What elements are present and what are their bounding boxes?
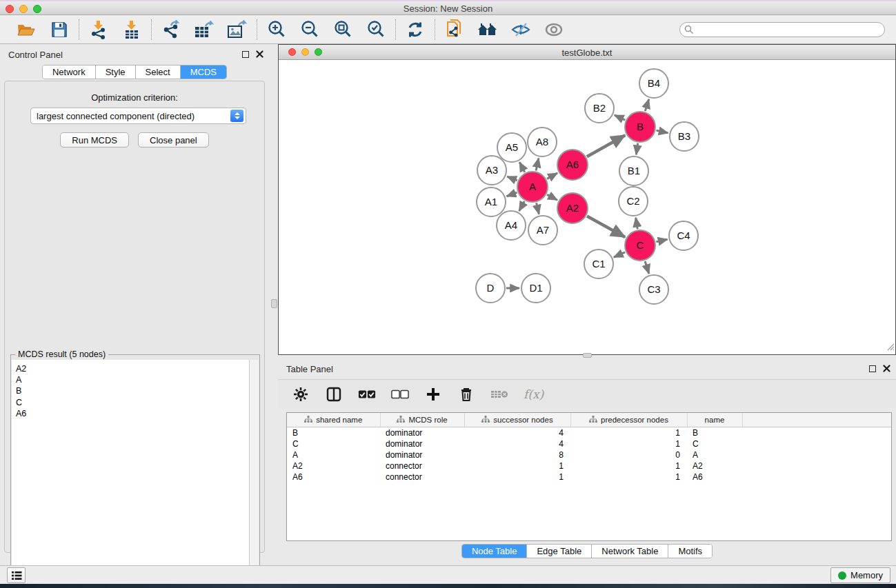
refresh-icon[interactable] [405, 19, 426, 40]
graph-edge-A-A7[interactable] [537, 203, 539, 214]
cell-shared-name[interactable]: A [287, 449, 380, 460]
export-image-icon[interactable] [227, 19, 248, 40]
delete-column-icon[interactable] [457, 385, 475, 403]
graph-edge-C-C2[interactable] [636, 218, 638, 230]
graph-edge-C-C3[interactable] [645, 261, 649, 274]
graph-node-A6[interactable]: A6 [557, 150, 588, 180]
vertical-split-handle[interactable] [271, 299, 277, 308]
column-header-shared-name[interactable]: shared name [287, 413, 380, 427]
select-all-checkboxes-icon[interactable] [358, 385, 376, 403]
graph-edge-A-A4[interactable] [519, 201, 525, 211]
export-table-icon[interactable] [194, 19, 215, 40]
network-graph[interactable]: B4B2BB3A8A5A6A3B1AC2A1A2A4A7C4CC1DD1C3 [279, 60, 895, 354]
tab-mcds[interactable]: MCDS [181, 65, 226, 79]
memory-button[interactable]: Memory [830, 567, 890, 583]
tab-motifs[interactable]: Motifs [668, 545, 712, 558]
result-item-a2[interactable]: A2 [16, 363, 249, 374]
tab-network[interactable]: Network [43, 65, 96, 79]
zoom-in-icon[interactable] [266, 19, 287, 40]
column-header-successor-nodes[interactable]: successor nodes [464, 413, 570, 427]
close-panel-icon[interactable] [256, 50, 263, 58]
cell-successor-nodes[interactable]: 8 [464, 449, 570, 460]
graph-edge-C-C1[interactable] [614, 252, 625, 257]
graph-node-C2[interactable]: C2 [619, 187, 648, 216]
tab-style[interactable]: Style [96, 65, 136, 79]
cell-name[interactable]: B [687, 427, 742, 438]
cell-shared-name[interactable]: B [287, 427, 380, 438]
function-builder-icon[interactable]: f(x) [524, 387, 544, 401]
cell-shared-name[interactable]: A6 [287, 472, 380, 483]
cell-mcds-role[interactable]: dominator [380, 438, 464, 449]
deselect-all-checkboxes-icon[interactable] [391, 385, 409, 403]
cell-name[interactable]: A6 [687, 472, 742, 483]
graph-node-A4[interactable]: A4 [497, 211, 526, 240]
delete-table-icon[interactable] [490, 385, 508, 403]
graph-node-A5[interactable]: A5 [497, 133, 526, 162]
graph-node-B3[interactable]: B3 [670, 122, 699, 151]
cell-name[interactable]: A2 [687, 460, 742, 472]
graph-node-D1[interactable]: D1 [521, 274, 550, 303]
tab-network-table[interactable]: Network Table [592, 545, 668, 558]
graph-edge-A-A6[interactable] [547, 173, 557, 179]
show-details-icon[interactable] [544, 19, 564, 40]
graph-node-A8[interactable]: A8 [528, 128, 557, 156]
graph-edge-A-A5[interactable] [519, 162, 525, 172]
cell-mcds-role[interactable]: connector [380, 460, 464, 472]
result-item-a[interactable]: A [16, 374, 249, 385]
graph-edge-B-B2[interactable] [615, 115, 625, 120]
graph-edge-A-A2[interactable] [547, 194, 557, 200]
criterion-select[interactable]: largest connected component (directed) [30, 108, 246, 124]
graph-edge-C-C4[interactable] [656, 239, 667, 242]
cell-predecessor-nodes[interactable]: 1 [570, 438, 687, 449]
float-table-panel-icon[interactable] [869, 365, 876, 372]
graph-node-A7[interactable]: A7 [528, 216, 557, 245]
graph-node-A[interactable]: A [517, 172, 548, 202]
graph-edge-A-A3[interactable] [507, 176, 517, 181]
tab-edge-table[interactable]: Edge Table [527, 545, 592, 558]
column-header-name[interactable]: name [687, 413, 742, 427]
graph-node-C3[interactable]: C3 [639, 275, 668, 304]
cell-shared-name[interactable]: A2 [287, 460, 380, 472]
cell-predecessor-nodes[interactable]: 1 [570, 427, 687, 438]
resize-grip-icon[interactable] [885, 341, 895, 354]
graph-node-D[interactable]: D [476, 274, 505, 303]
graph-node-C1[interactable]: C1 [584, 250, 613, 278]
cell-successor-nodes[interactable]: 1 [464, 460, 570, 472]
zoom-fit-icon[interactable] [332, 19, 353, 40]
float-panel-icon[interactable] [242, 51, 249, 58]
settings-gear-icon[interactable] [292, 385, 310, 403]
cell-mcds-role[interactable]: dominator [380, 449, 464, 460]
cell-predecessor-nodes[interactable]: 1 [570, 460, 687, 472]
split-columns-icon[interactable] [325, 385, 343, 403]
cell-mcds-role[interactable]: dominator [380, 427, 464, 438]
cell-successor-nodes[interactable]: 4 [464, 438, 570, 449]
tab-node-table[interactable]: Node Table [462, 545, 528, 558]
cell-shared-name[interactable]: C [287, 438, 380, 449]
graph-edge-B-B1[interactable] [636, 143, 637, 154]
graph-edge-A6-B[interactable] [587, 135, 625, 156]
graph-node-B[interactable]: B [625, 112, 655, 142]
cell-name[interactable]: C [687, 438, 742, 449]
table-row-b-0[interactable]: Bdominator41B [287, 427, 891, 438]
graph-edge-B-B3[interactable] [656, 130, 668, 133]
save-session-icon[interactable] [49, 19, 70, 40]
graph-node-A1[interactable]: A1 [477, 187, 506, 216]
graph-node-C[interactable]: C [625, 230, 655, 261]
home-icon[interactable] [477, 19, 498, 40]
cell-predecessor-nodes[interactable]: 1 [570, 472, 687, 483]
graph-node-C4[interactable]: C4 [669, 221, 698, 250]
table-row-a-2[interactable]: Adominator80A [287, 449, 891, 460]
graph-node-A2[interactable]: A2 [557, 193, 588, 223]
result-item-a6[interactable]: A6 [16, 408, 249, 419]
tab-select[interactable]: Select [136, 65, 181, 79]
table-row-a2-3[interactable]: A2connector11A2 [287, 460, 891, 472]
close-panel-button[interactable]: Close panel [138, 132, 209, 148]
export-network-icon[interactable] [161, 19, 181, 40]
import-table-icon[interactable] [121, 19, 142, 40]
graph-node-B4[interactable]: B4 [639, 69, 668, 98]
graph-node-A3[interactable]: A3 [477, 156, 506, 185]
zoom-out-icon[interactable] [299, 19, 320, 40]
task-history-button[interactable] [7, 567, 26, 583]
horizontal-split-handle[interactable] [583, 353, 592, 358]
cell-name[interactable]: A [687, 449, 742, 460]
